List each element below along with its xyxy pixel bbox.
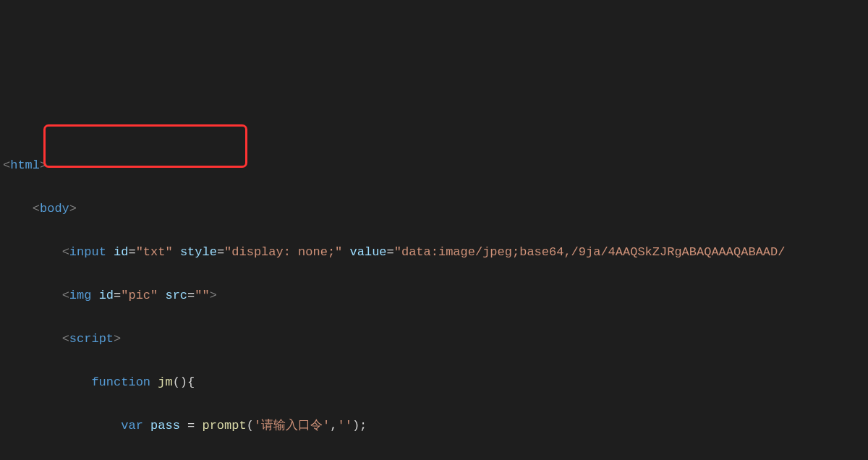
code-line: <body> [3,198,868,220]
code-line: <script> [3,328,868,350]
code-editor[interactable]: <html> <body> <input id="txt" style="dis… [0,87,868,460]
code-line: <input id="txt" style="display: none;" v… [3,242,868,263]
code-line: <html> [3,155,868,176]
code-line: var pass = prompt('请输入口令',''); [3,415,868,437]
code-line: <img id="pic" src=""> [3,285,868,307]
code-line: function jm(){ [3,372,868,393]
